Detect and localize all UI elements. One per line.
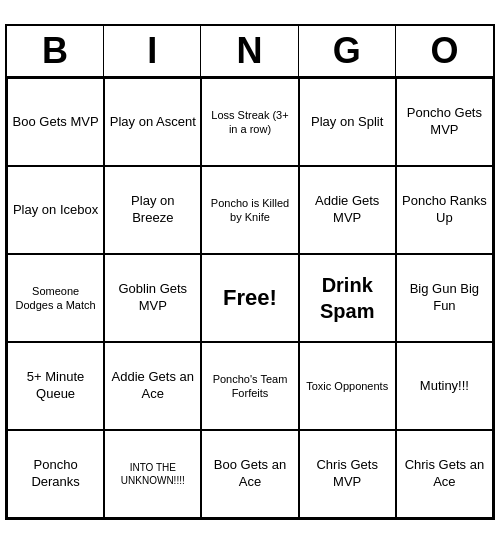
bingo-header: BINGO xyxy=(7,26,493,78)
bingo-cell-3: Play on Split xyxy=(299,78,396,166)
bingo-cell-2: Loss Streak (3+ in a row) xyxy=(201,78,298,166)
bingo-cell-12: Free! xyxy=(201,254,298,342)
bingo-cell-20: Poncho Deranks xyxy=(7,430,104,518)
bingo-cell-14: Big Gun Big Fun xyxy=(396,254,493,342)
bingo-cell-4: Poncho Gets MVP xyxy=(396,78,493,166)
bingo-letter-B: B xyxy=(7,26,104,76)
bingo-cell-11: Goblin Gets MVP xyxy=(104,254,201,342)
bingo-cell-21: INTO THE UNKNOWN!!!! xyxy=(104,430,201,518)
bingo-letter-G: G xyxy=(299,26,396,76)
bingo-cell-1: Play on Ascent xyxy=(104,78,201,166)
bingo-card: BINGO Boo Gets MVPPlay on AscentLoss Str… xyxy=(5,24,495,520)
bingo-cell-7: Poncho is Killed by Knife xyxy=(201,166,298,254)
bingo-cell-19: Mutiny!!! xyxy=(396,342,493,430)
bingo-cell-23: Chris Gets MVP xyxy=(299,430,396,518)
bingo-letter-I: I xyxy=(104,26,201,76)
bingo-cell-16: Addie Gets an Ace xyxy=(104,342,201,430)
bingo-cell-9: Poncho Ranks Up xyxy=(396,166,493,254)
bingo-grid: Boo Gets MVPPlay on AscentLoss Streak (3… xyxy=(7,78,493,518)
bingo-cell-5: Play on Icebox xyxy=(7,166,104,254)
bingo-cell-6: Play on Breeze xyxy=(104,166,201,254)
bingo-cell-24: Chris Gets an Ace xyxy=(396,430,493,518)
bingo-cell-17: Poncho's Team Forfeits xyxy=(201,342,298,430)
bingo-cell-15: 5+ Minute Queue xyxy=(7,342,104,430)
bingo-cell-13: Drink Spam xyxy=(299,254,396,342)
bingo-cell-10: Someone Dodges a Match xyxy=(7,254,104,342)
bingo-cell-8: Addie Gets MVP xyxy=(299,166,396,254)
bingo-letter-O: O xyxy=(396,26,493,76)
bingo-cell-18: Toxic Opponents xyxy=(299,342,396,430)
bingo-cell-0: Boo Gets MVP xyxy=(7,78,104,166)
bingo-letter-N: N xyxy=(201,26,298,76)
bingo-cell-22: Boo Gets an Ace xyxy=(201,430,298,518)
